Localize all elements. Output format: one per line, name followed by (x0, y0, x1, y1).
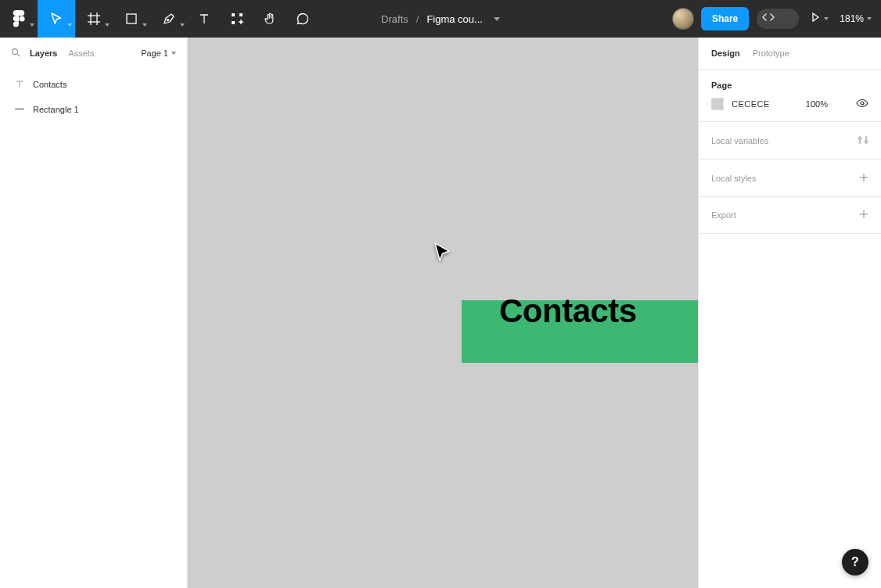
chevron-down-icon (180, 23, 185, 27)
svg-rect-5 (127, 14, 136, 23)
play-icon (810, 12, 821, 26)
zoom-value: 181% (840, 13, 864, 24)
avatar[interactable] (673, 9, 693, 29)
sliders-icon[interactable] (858, 134, 868, 147)
page-selector-label: Page 1 (141, 48, 168, 58)
color-opacity[interactable]: 100% (806, 99, 828, 109)
text-tool-button[interactable] (188, 0, 221, 38)
chevron-down-icon (30, 23, 34, 27)
color-hex[interactable]: CECECE (732, 99, 770, 109)
cursor-icon (433, 242, 454, 269)
resources-icon (230, 12, 244, 26)
tab-layers[interactable]: Layers (30, 48, 57, 58)
help-label: ? (851, 555, 859, 569)
canvas[interactable]: Contacts (188, 38, 698, 588)
color-swatch[interactable] (711, 98, 724, 110)
left-panel-header: Layers Assets Page 1 (0, 38, 187, 69)
hand-tool-icon (263, 12, 277, 26)
plus-icon[interactable] (859, 173, 868, 184)
svg-rect-12 (15, 108, 24, 110)
help-button[interactable]: ? (842, 549, 868, 575)
plus-icon[interactable] (859, 210, 868, 220)
main-area: Layers Assets Page 1 Contacts Rectangle … (0, 38, 881, 588)
svg-point-16 (859, 137, 861, 139)
pen-tool-icon (162, 12, 176, 26)
layer-item-text[interactable]: Contacts (0, 72, 187, 97)
rect-layer-icon (14, 104, 25, 115)
visibility-icon[interactable] (856, 99, 868, 109)
export-section[interactable]: Export (699, 196, 881, 234)
breadcrumb[interactable]: Drafts / Figma cou... (381, 13, 500, 25)
zoom-control[interactable]: 181% (840, 13, 872, 24)
svg-point-13 (861, 102, 864, 105)
chevron-down-icon (105, 23, 110, 27)
page-section: Page CECECE 100% (699, 69, 881, 121)
svg-point-0 (19, 16, 24, 21)
chevron-down-icon[interactable] (494, 17, 500, 21)
breadcrumb-folder[interactable]: Drafts (381, 13, 408, 25)
breadcrumb-file[interactable]: Figma cou... (426, 13, 483, 25)
layer-list: Contacts Rectangle 1 (0, 69, 187, 122)
export-label: Export (711, 210, 736, 220)
hand-tool-button[interactable] (254, 0, 286, 38)
svg-rect-8 (239, 13, 243, 16)
svg-rect-7 (232, 13, 235, 16)
page-section-label: Page (711, 81, 868, 90)
frame-tool-icon (87, 12, 101, 26)
top-toolbar: Drafts / Figma cou... Share 181% (0, 0, 881, 38)
resources-button[interactable] (221, 0, 254, 38)
right-panel: Design Prototype Page CECECE 100% Local … (698, 38, 881, 588)
dev-mode-toggle[interactable] (757, 9, 799, 29)
rectangle-tool-icon (124, 12, 138, 26)
canvas-text[interactable]: Contacts (499, 292, 637, 330)
main-menu-button[interactable] (0, 0, 38, 38)
right-panel-tabs: Design Prototype (699, 38, 881, 69)
dev-mode-icon (761, 12, 775, 26)
breadcrumb-separator: / (416, 13, 419, 25)
svg-line-11 (17, 54, 20, 56)
pen-tool-button[interactable] (150, 0, 188, 38)
present-button[interactable] (807, 12, 832, 26)
svg-point-6 (167, 19, 168, 20)
layer-item-rect[interactable]: Rectangle 1 (0, 97, 187, 122)
svg-point-10 (13, 49, 18, 55)
share-button[interactable]: Share (701, 7, 749, 30)
tab-design[interactable]: Design (711, 48, 740, 58)
chevron-down-icon (171, 52, 176, 55)
chevron-down-icon (142, 23, 147, 27)
layer-label: Rectangle 1 (33, 105, 79, 114)
text-layer-icon (14, 79, 25, 90)
chevron-down-icon (67, 23, 72, 27)
layer-label: Contacts (33, 80, 67, 89)
local-styles-section[interactable]: Local styles (699, 159, 881, 196)
tab-prototype[interactable]: Prototype (753, 48, 789, 58)
local-variables-label: Local variables (711, 136, 768, 145)
figma-logo-icon (13, 10, 25, 27)
svg-point-17 (865, 140, 868, 142)
local-styles-label: Local styles (711, 174, 756, 183)
frame-tool-button[interactable] (75, 0, 113, 38)
svg-rect-9 (232, 21, 235, 24)
local-variables-section[interactable]: Local variables (699, 121, 881, 159)
text-tool-icon (197, 12, 211, 26)
move-tool-icon (49, 12, 63, 26)
tab-assets[interactable]: Assets (68, 48, 94, 58)
chevron-down-icon (824, 17, 829, 20)
comment-icon (296, 12, 310, 26)
page-selector[interactable]: Page 1 (141, 48, 176, 58)
page-background-row[interactable]: CECECE 100% (711, 98, 868, 110)
toolbar-right: Share 181% (673, 7, 881, 30)
shape-tool-button[interactable] (113, 0, 150, 38)
left-panel: Layers Assets Page 1 Contacts Rectangle … (0, 38, 188, 588)
chevron-down-icon (867, 17, 872, 20)
move-tool-button[interactable] (38, 0, 75, 38)
search-icon[interactable] (11, 48, 22, 59)
comment-tool-button[interactable] (286, 0, 319, 38)
